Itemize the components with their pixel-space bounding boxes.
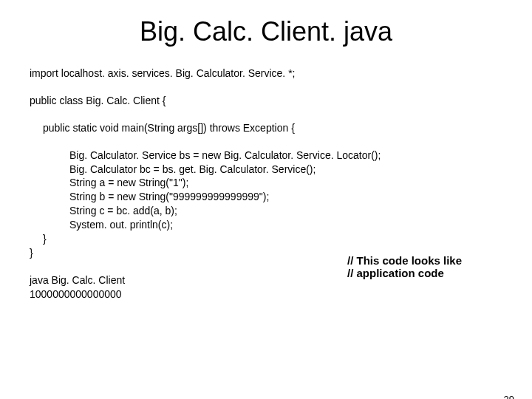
code-line: Big. Calculator bc = bs. get. Big. Calcu… [69, 163, 502, 177]
page-number: 29 [504, 394, 514, 399]
output-line: 1000000000000000 [30, 287, 502, 301]
annotation-line: // application code [347, 267, 462, 279]
code-line: String c = bc. add(a, b); [69, 204, 502, 218]
slide-title: Big. Calc. Client. java [0, 16, 532, 47]
code-line: String b = new String("999999999999999")… [69, 190, 502, 204]
code-line: String a = new String("1"); [69, 176, 502, 190]
code-close-brace: } [43, 232, 502, 246]
code-line: System. out. println(c); [69, 218, 502, 232]
code-main-decl: public static void main(String args[]) t… [43, 121, 502, 135]
annotation-line: // This code looks like [347, 254, 462, 267]
code-import: import localhost. axis. services. Big. C… [30, 66, 502, 81]
code-block: Big. Calculator. Service bs = new Big. C… [69, 149, 502, 232]
slide: Big. Calc. Client. java import localhost… [0, 16, 532, 399]
code-class-decl: public class Big. Calc. Client { [30, 94, 502, 108]
annotation: // This code looks like // application c… [347, 254, 462, 279]
code-line: Big. Calculator. Service bs = new Big. C… [69, 149, 502, 163]
